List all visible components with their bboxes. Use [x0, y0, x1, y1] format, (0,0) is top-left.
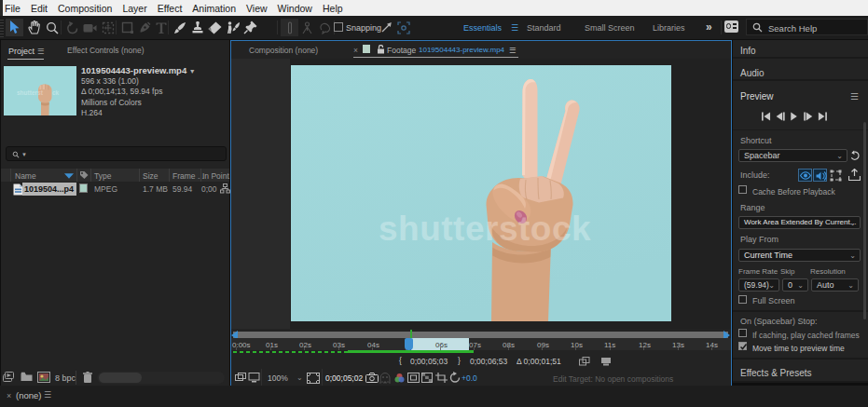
- svg-text:shutterst: shutterst: [17, 89, 44, 96]
- svg-text:ck: ck: [52, 89, 60, 96]
- svg-text:shutterstock: shutterstock: [379, 210, 591, 248]
